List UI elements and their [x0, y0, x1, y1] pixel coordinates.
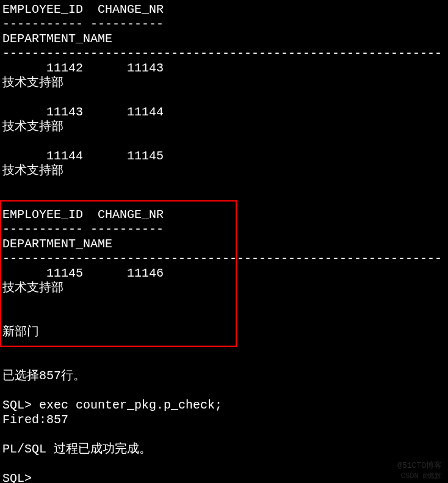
header-separator: ----------- ---------- — [2, 222, 448, 237]
blank-line — [2, 178, 448, 193]
watermark-csdn: CSDN @燃辉 — [401, 472, 442, 481]
blank-line — [2, 340, 448, 354]
blank-line — [2, 193, 448, 208]
plsql-success: PL/SQL 过程已成功完成。 — [2, 442, 448, 457]
row-values: 11145 11146 — [2, 266, 448, 281]
row-values: 11144 11145 — [2, 149, 448, 164]
watermark-51cto: @51CTO博客 — [397, 461, 442, 471]
header-separator-long: ----------------------------------------… — [2, 252, 448, 266]
header-columns: EMPLOYEE_ID CHANGE_NR — [2, 2, 448, 17]
blank-line — [2, 310, 448, 325]
blank-line — [2, 90, 448, 105]
header-separator-long: ----------------------------------------… — [2, 46, 448, 61]
new-dept: 新部门 — [2, 325, 448, 340]
row-values: 11142 11143 — [2, 61, 448, 76]
header-dept: DEPARTMENT_NAME — [2, 32, 448, 46]
row-dept: 技术支持部 — [2, 281, 448, 296]
row-dept: 技术支持部 — [2, 164, 448, 178]
blank-line — [2, 427, 448, 442]
header-columns: EMPLOYEE_ID CHANGE_NR — [2, 208, 448, 222]
header-separator: ----------- ---------- — [2, 17, 448, 32]
header-dept: DEPARTMENT_NAME — [2, 237, 448, 252]
blank-line — [2, 134, 448, 149]
row-values: 11143 11144 — [2, 105, 448, 120]
fired-output: Fired:857 — [2, 413, 448, 427]
row-dept: 技术支持部 — [2, 120, 448, 134]
sql-prompt[interactable]: SQL> — [2, 471, 448, 483]
blank-line — [2, 457, 448, 471]
sql-command[interactable]: SQL> exec counter_pkg.p_check; — [2, 398, 448, 413]
rows-selected: 已选择857行。 — [2, 369, 448, 383]
row-dept: 技术支持部 — [2, 76, 448, 90]
blank-line — [2, 383, 448, 398]
blank-line — [2, 354, 448, 369]
blank-line — [2, 296, 448, 310]
